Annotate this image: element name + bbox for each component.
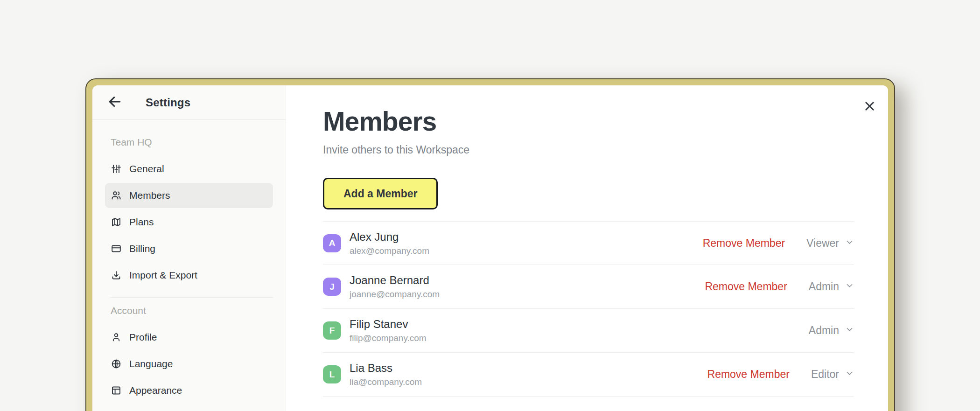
- sidebar-item-plans[interactable]: Plans: [105, 209, 273, 235]
- role-value: Admin: [809, 324, 839, 337]
- sidebar-item-label: Import & Export: [129, 270, 197, 281]
- member-email: alex@company.com: [350, 246, 429, 256]
- row-actions: Remove Member Admin: [705, 280, 854, 293]
- sidebar-item-members[interactable]: Members: [105, 183, 273, 208]
- member-info: Joanne Bernard joanne@company.com: [350, 274, 440, 300]
- section-label-team: Team HQ: [111, 137, 267, 148]
- sidebar-item-profile[interactable]: Profile: [105, 325, 273, 350]
- role-value: Admin: [809, 280, 839, 293]
- sidebar-item-label: Appearance: [129, 385, 182, 396]
- sidebar-item-appearance[interactable]: Appearance: [105, 378, 273, 403]
- settings-modal-inner: Settings Team HQ General Members Plans: [92, 85, 888, 411]
- members-panel: Members Invite others to this Workspace …: [286, 85, 888, 411]
- role-value: Editor: [811, 368, 839, 381]
- sidebar-item-label: Plans: [129, 216, 154, 228]
- member-row-joanne: J Joanne Bernard joanne@company.com Remo…: [323, 265, 854, 309]
- back-button[interactable]: [106, 94, 123, 111]
- sidebar-item-general[interactable]: General: [105, 156, 273, 181]
- sidebar-item-language[interactable]: Language: [105, 351, 273, 376]
- member-email: filip@company.com: [350, 333, 427, 343]
- add-member-button[interactable]: Add a Member: [323, 178, 438, 209]
- avatar: F: [323, 321, 341, 340]
- sliders-icon: [111, 163, 122, 174]
- role-select[interactable]: Viewer: [806, 237, 854, 250]
- member-info: Lia Bass lia@company.com: [350, 362, 422, 387]
- settings-sidebar: Settings Team HQ General Members Plans: [92, 85, 286, 411]
- avatar: A: [323, 234, 341, 252]
- map-icon: [111, 216, 122, 228]
- members-icon: [111, 190, 122, 201]
- settings-modal: Settings Team HQ General Members Plans: [85, 78, 895, 411]
- role-select[interactable]: Admin: [809, 280, 854, 293]
- remove-member-button[interactable]: Remove Member: [703, 237, 785, 250]
- member-email: lia@company.com: [350, 377, 422, 387]
- sidebar-item-label: Billing: [129, 243, 155, 254]
- member-info: Alex Jung alex@company.com: [350, 230, 429, 256]
- row-actions: Remove Member Editor: [707, 368, 854, 381]
- row-actions: Admin: [809, 324, 854, 337]
- credit-card-icon: [111, 243, 122, 254]
- role-value: Viewer: [806, 237, 839, 250]
- member-name: Lia Bass: [350, 362, 422, 375]
- member-name: Alex Jung: [350, 230, 429, 244]
- globe-icon: [111, 358, 122, 369]
- chevron-down-icon: [845, 324, 854, 337]
- page-subtitle: Invite others to this Workspace: [323, 144, 854, 156]
- sidebar-item-label: General: [129, 163, 164, 174]
- layout-icon: [111, 385, 122, 396]
- sidebar-header: Settings: [92, 85, 286, 120]
- sidebar-nav: Team HQ General Members Plans Billing: [92, 120, 286, 404]
- member-row-lia: L Lia Bass lia@company.com Remove Member…: [323, 353, 854, 397]
- page-title: Members: [323, 106, 854, 137]
- sidebar-divider: [110, 297, 273, 298]
- remove-member-button[interactable]: Remove Member: [705, 280, 787, 293]
- role-select[interactable]: Admin: [809, 324, 854, 337]
- section-label-account: Account: [111, 305, 267, 316]
- row-actions: Remove Member Viewer: [703, 237, 854, 250]
- member-info: Filip Stanev filip@company.com: [350, 318, 427, 343]
- close-button[interactable]: [861, 98, 878, 115]
- sidebar-item-label: Members: [129, 190, 170, 201]
- avatar: L: [323, 365, 341, 383]
- chevron-down-icon: [845, 280, 854, 293]
- user-icon: [111, 332, 122, 343]
- member-email: joanne@company.com: [350, 289, 440, 300]
- chevron-down-icon: [845, 237, 854, 250]
- sidebar-item-label: Language: [129, 358, 173, 369]
- avatar: J: [323, 278, 341, 296]
- settings-title: Settings: [146, 96, 190, 109]
- role-select[interactable]: Editor: [811, 368, 854, 381]
- sidebar-item-import-export[interactable]: Import & Export: [105, 263, 273, 288]
- sidebar-item-label: Profile: [129, 332, 157, 343]
- member-name: Joanne Bernard: [350, 274, 440, 287]
- close-icon: [862, 99, 877, 115]
- chevron-down-icon: [845, 368, 854, 381]
- member-name: Filip Stanev: [350, 318, 427, 331]
- member-list: A Alex Jung alex@company.com Remove Memb…: [323, 221, 854, 397]
- arrow-left-icon: [107, 94, 122, 111]
- download-icon: [111, 270, 122, 281]
- sidebar-item-billing[interactable]: Billing: [105, 236, 273, 261]
- member-row-alex: A Alex Jung alex@company.com Remove Memb…: [323, 221, 854, 265]
- member-row-filip: F Filip Stanev filip@company.com Admin: [323, 309, 854, 353]
- remove-member-button[interactable]: Remove Member: [707, 368, 790, 381]
